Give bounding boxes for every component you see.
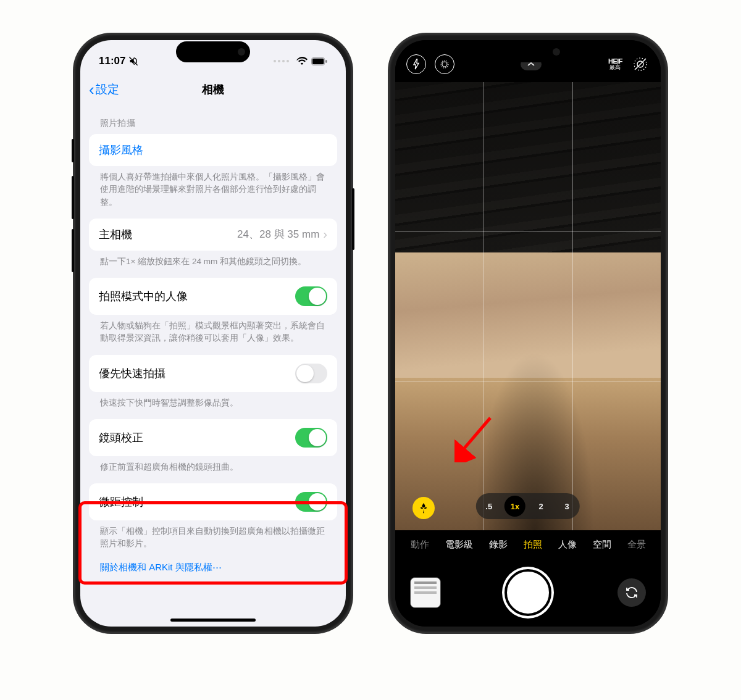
night-mode-button[interactable] bbox=[435, 54, 454, 74]
toggle-lens-correction[interactable] bbox=[295, 428, 327, 448]
wifi-icon bbox=[296, 57, 308, 65]
phone-frame-camera: HEIF 最高 bbox=[389, 34, 667, 633]
footer-prioritize-faster: 快速按下快門時智慧調整影像品質。 bbox=[89, 392, 337, 412]
status-time: 11:07 bbox=[99, 55, 125, 67]
zoom-level-0.5[interactable]: .5 bbox=[479, 496, 500, 517]
zoom-level-1x[interactable]: 1x bbox=[504, 496, 525, 517]
footer-portrait-in-photo: 若人物或貓狗在「拍照」模式觀景框內顯著突出，系統會自動取得景深資訊，讓你稍後可以… bbox=[89, 315, 337, 348]
back-label: 設定 bbox=[96, 81, 119, 98]
last-photo-thumbnail[interactable] bbox=[410, 577, 441, 608]
chevron-left-icon: ‹ bbox=[89, 81, 94, 98]
macro-mode-button[interactable] bbox=[412, 497, 435, 519]
camera-mode-action[interactable]: 動作 bbox=[411, 539, 429, 551]
macro-flower-icon bbox=[417, 502, 430, 514]
silent-mode-icon bbox=[128, 56, 138, 66]
night-mode-icon bbox=[440, 59, 450, 69]
settings-nav-bar: ‹ 設定 相機 bbox=[80, 75, 346, 104]
home-indicator[interactable] bbox=[170, 619, 256, 622]
camera-mode-spatial[interactable]: 空間 bbox=[593, 539, 611, 551]
row-portrait-in-photo: 拍照模式中的人像 bbox=[89, 278, 337, 315]
svg-rect-1 bbox=[312, 58, 324, 64]
live-photo-toggle[interactable] bbox=[631, 55, 650, 73]
flip-camera-icon bbox=[624, 585, 639, 600]
zoom-selector[interactable]: .5 1x 2 3 bbox=[476, 493, 580, 519]
phone-frame-settings: 11:07 ‹ 設定 相機 照片拍攝 bbox=[74, 34, 352, 633]
row-label: 鏡頭校正 bbox=[99, 430, 143, 445]
toggle-macro-control[interactable] bbox=[295, 492, 327, 512]
toggle-portrait-in-photo[interactable] bbox=[295, 286, 327, 306]
row-lens-correction: 鏡頭校正 bbox=[89, 419, 337, 456]
dynamic-island bbox=[176, 41, 250, 62]
zoom-level-3[interactable]: 3 bbox=[556, 496, 577, 517]
format-badge-bottom: 最高 bbox=[609, 65, 621, 71]
row-macro-control: 微距控制 bbox=[89, 483, 337, 520]
chevron-right-icon: › bbox=[323, 227, 327, 241]
flash-icon bbox=[412, 59, 421, 70]
camera-viewfinder[interactable]: .5 1x 2 3 bbox=[395, 82, 661, 530]
row-label: 攝影風格 bbox=[99, 143, 143, 157]
footer-main-camera: 點一下1× 縮放按鈕來在 24 mm 和其他鏡頭之間切換。 bbox=[89, 251, 337, 270]
camera-mode-selector[interactable]: 動作 電影級 錄影 拍照 人像 空間 全景 bbox=[395, 530, 661, 559]
flash-button[interactable] bbox=[406, 54, 426, 74]
dynamic-island bbox=[491, 41, 565, 62]
row-value: 24、28 與 35 mm bbox=[237, 227, 319, 241]
annotation-arrow bbox=[454, 413, 498, 462]
section-header-photo-capture: 照片拍攝 bbox=[89, 104, 337, 134]
svg-line-8 bbox=[461, 418, 490, 452]
camera-mode-pano[interactable]: 全景 bbox=[627, 539, 646, 551]
battery-icon bbox=[311, 57, 327, 65]
back-button[interactable]: ‹ 設定 bbox=[89, 81, 119, 98]
camera-mode-cinematic[interactable]: 電影級 bbox=[445, 539, 473, 551]
privacy-link[interactable]: 關於相機和 ARKit 與隱私權⋯ bbox=[89, 553, 337, 582]
shutter-button[interactable] bbox=[504, 569, 551, 616]
svg-line-7 bbox=[635, 59, 646, 70]
toggle-prioritize-faster[interactable] bbox=[295, 364, 327, 383]
live-photo-off-icon bbox=[632, 56, 648, 72]
format-badge[interactable]: HEIF 最高 bbox=[608, 57, 622, 71]
row-label: 優先快速拍攝 bbox=[99, 366, 165, 381]
camera-mode-portrait[interactable]: 人像 bbox=[558, 539, 577, 551]
page-title: 相機 bbox=[80, 82, 346, 97]
row-label: 微距控制 bbox=[99, 494, 143, 509]
footer-lens-correction: 修正前置和超廣角相機的鏡頭扭曲。 bbox=[89, 456, 337, 476]
footer-photographic-styles: 將個人喜好帶進拍攝中來個人化照片風格。「攝影風格」會使用進階的場景理解來對照片各… bbox=[89, 166, 337, 211]
row-label: 主相機 bbox=[99, 227, 132, 242]
zoom-level-2[interactable]: 2 bbox=[530, 496, 551, 517]
svg-rect-2 bbox=[325, 60, 327, 63]
row-label: 拍照模式中的人像 bbox=[99, 289, 188, 304]
camera-bottom-bar bbox=[395, 559, 661, 627]
camera-mode-photo[interactable]: 拍照 bbox=[524, 539, 542, 551]
row-main-camera[interactable]: 主相機 24、28 與 35 mm › bbox=[89, 219, 337, 251]
row-prioritize-faster: 優先快速拍攝 bbox=[89, 355, 337, 392]
svg-point-3 bbox=[442, 62, 447, 67]
flip-camera-button[interactable] bbox=[618, 578, 646, 607]
footer-macro-control: 顯示「相機」控制項目來自動切換到超廣角相機以拍攝微距照片和影片。 bbox=[89, 520, 337, 553]
camera-mode-video[interactable]: 錄影 bbox=[489, 539, 508, 551]
row-photographic-styles[interactable]: 攝影風格 bbox=[89, 134, 337, 166]
